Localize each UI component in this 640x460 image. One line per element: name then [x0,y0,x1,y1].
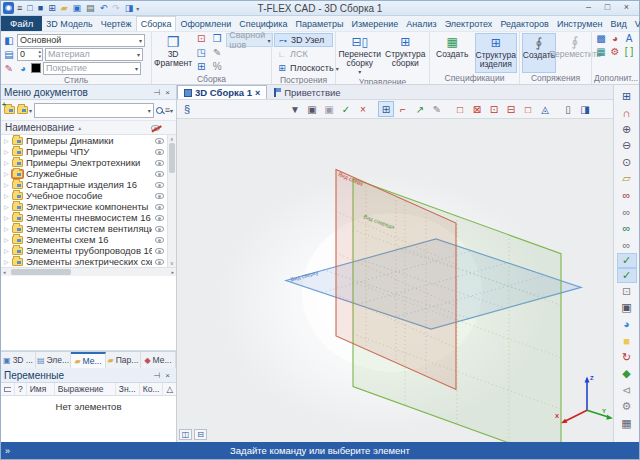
eye-icon[interactable] [155,160,164,166]
viewport-tool-icon[interactable]: ⊠ [469,101,485,117]
menu-tab[interactable]: Специфика [235,16,291,31]
view-tool-icon[interactable]: ∞ [617,237,637,254]
tools-icon[interactable]: ✎ [210,47,224,60]
menu-tab[interactable]: Измерение [347,16,402,31]
menu-tab[interactable]: Оформлени [176,16,235,31]
eye-icon[interactable] [155,193,164,199]
qat-button[interactable]: □ [25,2,34,14]
eye-icon[interactable] [155,248,164,254]
qat-button[interactable]: ↶ [98,2,110,14]
tree-item[interactable]: ▷ Стандартные изделия 16 [1,179,167,190]
annotate-icon[interactable]: A [622,33,636,46]
viewport-tool-icon[interactable]: ▼ [287,101,303,117]
col-name[interactable]: Имя [27,383,55,395]
split-horizontal-icon[interactable]: ⊟ [194,429,207,440]
view-tool-icon[interactable]: ◆ [617,366,637,383]
viewport-tool-icon[interactable]: ◬ [537,101,553,117]
new-folder-icon[interactable]: + [4,105,15,116]
viewport-tool-icon[interactable]: ↗ [412,101,428,117]
tab-close-icon[interactable]: × [255,88,260,98]
viewport-tool-icon[interactable]: ⊟ [503,101,519,117]
qat-button[interactable]: ■ [36,2,45,14]
viewport-tool-icon[interactable]: ⊡ [486,101,502,117]
open-folder-icon[interactable]: ▾ [17,106,32,114]
assembly-structure-button[interactable]: ⊞ Структура сборки [384,33,428,77]
view-tool-icon[interactable]: ⊙ [617,154,637,171]
col-flag-icon[interactable] [1,383,15,395]
eye-icon[interactable] [155,138,164,144]
col-question[interactable]: ? [15,383,27,395]
eye-icon[interactable] [155,182,164,188]
viewport-tool-icon[interactable]: □ [452,101,468,117]
qat-button[interactable]: ↷ [110,2,122,14]
viewport-tool-icon[interactable]: ⊞ [378,101,394,117]
menu-tab[interactable]: Параметры [291,16,347,31]
visibility-column-icon[interactable] [151,125,160,131]
menu-tab[interactable]: Чертёж [97,16,136,31]
viewport-tool-icon[interactable]: ▯ [560,101,576,117]
view-tool-icon[interactable]: ⊡ [617,283,637,300]
tree-item[interactable]: ▷ Служебные [1,168,167,179]
view-tool-icon[interactable]: ✓ [617,253,637,268]
document-tab-welcome[interactable]: Приветствие [267,85,346,99]
view-tool-icon[interactable]: ⊖ [617,138,637,155]
expand-icon[interactable]: ▷ [4,148,9,155]
tree-item[interactable]: ▷ Учебное пособие [1,190,167,201]
viewport-tool-icon[interactable]: ◨ [577,101,593,117]
viewport-tool-icon[interactable]: ▣ [304,101,320,117]
brackets-icon[interactable]: [ ] [622,46,636,59]
color-swatch[interactable] [31,63,41,73]
qat-button[interactable]: ◨ [123,2,136,14]
tree-item[interactable]: ▷ Примеры Электротехники [1,157,167,168]
expand-icon[interactable]: ▷ [4,214,9,221]
paint-icon[interactable]: ✎ [3,63,15,74]
tree-item[interactable]: ▷ Элементы пневмосистем 16 [1,212,167,223]
coating-combo[interactable]: Покрытие▾ [43,62,141,75]
eye-icon[interactable] [155,149,164,155]
qat-button[interactable]: ▰ [59,2,70,14]
tree-vertical-scrollbar[interactable]: ∧∨ [167,135,176,267]
document-tab-assembly[interactable]: 3D Сборка 1 × [177,85,267,99]
eye-icon[interactable] [155,237,164,243]
menu-tab[interactable]: Редакторов [496,16,553,31]
view-tool-icon[interactable]: ↻ [617,349,637,366]
view-tool-icon[interactable]: ▦ [617,415,637,432]
tab-file[interactable]: Файл [1,16,42,31]
plane-button[interactable]: ⊞ Плоскость ▾ [274,61,333,75]
fragment-3d-button[interactable]: ❒ 3D Фрагмент [154,33,192,74]
menu-tab[interactable]: Сборка [136,16,177,31]
expand-icon[interactable]: ▷ [4,192,9,199]
qat-button[interactable]: ▤ [84,2,97,14]
viewport-tool-icon[interactable]: ✎ [429,101,445,117]
close-button[interactable]: × [618,2,635,14]
expand-icon[interactable]: ▷ [4,225,9,232]
view-tool-icon[interactable]: ∩ [617,105,637,122]
material-combo[interactable]: Материал▾ [45,48,143,61]
left-panel-tab[interactable]: ◆ Ме... [141,352,176,368]
style-combo[interactable]: Основной▾ [17,34,145,47]
view-tool-icon[interactable]: ✓ [617,268,637,283]
expand-icon[interactable]: ▷ [4,236,9,243]
create-spec-button[interactable]: ▦ Создать [432,33,473,73]
eye-icon[interactable] [155,204,164,210]
view-mode-icon[interactable]: ≡▾ [165,105,173,115]
lcs-button[interactable]: ∟ ЛСК [274,47,333,61]
view-tool-icon[interactable]: ⚙ [617,399,637,416]
view-tool-icon[interactable]: ⊞ [617,88,637,105]
variables-close-icon[interactable]: × [162,371,173,380]
table-icon[interactable]: ▦ [594,46,608,59]
weld-seam-button[interactable]: Сварной шов ▾ [226,33,273,47]
view-tool-icon[interactable]: ⊲ [617,382,637,399]
eye-icon[interactable] [155,215,164,221]
product-structure-button[interactable]: ⊞ Структура изделия [475,33,518,73]
view-tool-icon[interactable]: ■ [617,333,637,350]
view-tool-icon[interactable]: ∞ [617,187,637,204]
tree-item[interactable]: ▷ Примеры ЧПУ [1,146,167,157]
viewport-3d[interactable]: Вид сверху Вид спереди [177,119,613,442]
tree-item[interactable]: ▷ Элементы трубопроводов 16 [1,245,167,256]
minimize-button[interactable]: – [580,2,597,14]
viewport-tool-icon[interactable]: × [355,101,371,117]
viewport-tool-icon[interactable]: ▣ [321,101,337,117]
tree-horizontal-scrollbar[interactable]: ◂▸ [1,267,176,276]
left-panel-tab[interactable]: ▣ 3D ... [1,352,36,368]
